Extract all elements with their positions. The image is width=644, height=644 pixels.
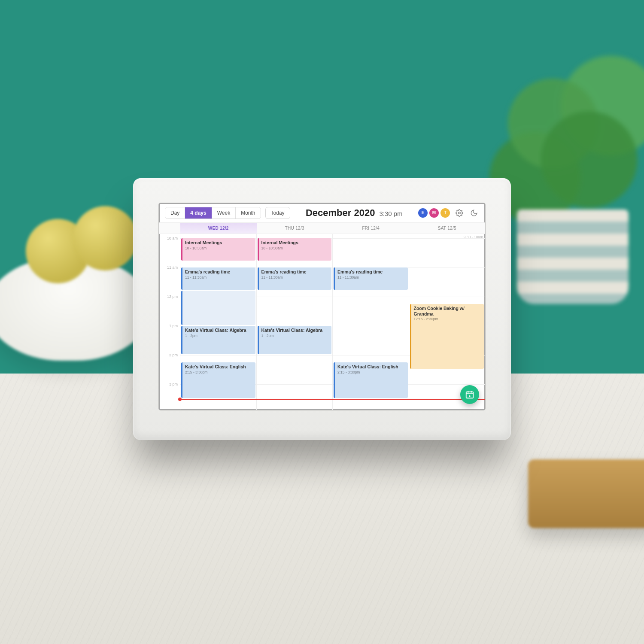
- event-time: 11 - 11:30am: [337, 275, 405, 279]
- event-time: 1 - 2pm: [185, 334, 253, 338]
- calendar-event[interactable]: Internal Meetings10 - 10:30am: [258, 238, 332, 261]
- topbar: Day 4 days Week Month Today December 202…: [159, 203, 485, 223]
- avatar-m[interactable]: M: [429, 208, 439, 218]
- event-time: 11 - 11:30am: [185, 275, 253, 279]
- hour-label: 2 pm: [159, 353, 180, 357]
- hour-line: [409, 297, 485, 297]
- event-time: 2:15 - 3:30pm: [337, 370, 405, 374]
- event-title: Emma's reading time: [261, 269, 329, 275]
- calendar-event[interactable]: Kate's Virtual Class: English2:15 - 3:30…: [181, 362, 255, 398]
- month-title: December 2020: [306, 207, 375, 219]
- hour-line: [333, 355, 409, 355]
- calendar-event[interactable]: Emma's reading time11 - 11:30am: [258, 267, 332, 290]
- calendar-event[interactable]: Kate's Virtual Class: Algebra1 - 2pm: [181, 326, 255, 354]
- hour-line: [409, 384, 485, 385]
- calendar-event[interactable]: Kate's Virtual Class: English2:15 - 3:30…: [334, 362, 408, 398]
- time-gutter: 10 am11 am12 pm1 pm2 pm3 pm: [159, 234, 180, 410]
- event-time: 2:15 - 3:30pm: [185, 370, 253, 374]
- hour-line: [257, 384, 333, 385]
- day-column-3[interactable]: 9:30 - 10am Zoom Cookie Baking w/ Grandm…: [409, 234, 486, 410]
- event-title: Kate's Virtual Class: English: [185, 364, 253, 370]
- gear-icon[interactable]: [454, 208, 465, 218]
- event-time: 10 - 10:30am: [261, 246, 329, 250]
- hour-line: [257, 297, 333, 297]
- day-column-0[interactable]: Internal Meetings10 - 10:30amEmma's read…: [180, 234, 257, 410]
- avatar-t[interactable]: T: [440, 208, 450, 218]
- calendar-grid[interactable]: 10 am11 am12 pm1 pm2 pm3 pm Internal Mee…: [159, 234, 485, 410]
- hour-label: 12 pm: [159, 295, 180, 299]
- calendar-event[interactable]: Emma's reading time11 - 11:30am: [181, 267, 255, 290]
- day-header-3[interactable]: SAT 12/5: [409, 223, 486, 234]
- hour-line: [257, 355, 333, 355]
- title: December 2020 3:30 pm: [295, 207, 414, 219]
- view-day[interactable]: Day: [165, 207, 185, 219]
- event-title: Internal Meetings: [261, 240, 329, 246]
- calendar-event[interactable]: Zoom Cookie Baking w/ Grandma12:15 - 2:3…: [410, 304, 484, 369]
- svg-point-0: [459, 212, 461, 214]
- event-title: Emma's reading time: [337, 269, 405, 275]
- event-time: 11 - 11:30am: [261, 275, 329, 279]
- hour-line: [409, 238, 485, 239]
- calendar-event[interactable]: [181, 291, 255, 325]
- event-title: Internal Meetings: [185, 240, 253, 246]
- device-frame: Day 4 days Week Month Today December 202…: [133, 178, 511, 440]
- day-column-2[interactable]: Emma's reading time11 - 11:30amKate's Vi…: [333, 234, 409, 410]
- hour-line: [409, 267, 485, 268]
- now-indicator: [180, 399, 485, 400]
- view-month[interactable]: Month: [236, 207, 260, 219]
- hour-label: 11 am: [159, 265, 180, 270]
- day-header-2[interactable]: FRI 12/4: [333, 223, 409, 234]
- hour-line: [333, 326, 409, 326]
- add-event-fab[interactable]: [460, 385, 479, 404]
- hour-line: [180, 355, 256, 355]
- day-header-0[interactable]: WED 12/2: [180, 223, 257, 234]
- event-title: Emma's reading time: [185, 269, 253, 275]
- event-title: Kate's Virtual Class: Algebra: [185, 328, 253, 333]
- event-time: 12:15 - 2:30pm: [414, 317, 482, 321]
- hour-line: [333, 297, 409, 297]
- calendar-event[interactable]: Kate's Virtual Class: Algebra1 - 2pm: [258, 326, 332, 354]
- current-time: 3:30 pm: [379, 210, 402, 217]
- event-time: 10 - 10:30am: [185, 246, 253, 250]
- calendar-event[interactable]: Emma's reading time11 - 11:30am: [334, 267, 408, 290]
- calendar-event[interactable]: Internal Meetings10 - 10:30am: [181, 238, 255, 261]
- day-header-1[interactable]: THU 12/3: [257, 223, 333, 234]
- view-week[interactable]: Week: [212, 207, 236, 219]
- event-time: 1 - 2pm: [261, 334, 329, 338]
- hour-label: 3 pm: [159, 382, 180, 386]
- view-4days[interactable]: 4 days: [185, 207, 212, 219]
- member-avatars: E M T: [418, 208, 450, 218]
- view-switch: Day 4 days Week Month: [165, 207, 261, 219]
- svg-rect-1: [466, 392, 474, 398]
- hour-label: 10 am: [159, 236, 180, 240]
- hour-label: 1 pm: [159, 324, 180, 328]
- today-button[interactable]: Today: [265, 207, 290, 219]
- day-headers: WED 12/2 THU 12/3 FRI 12/4 SAT 12/5: [159, 223, 485, 234]
- hour-line: [333, 238, 409, 239]
- event-title: Kate's Virtual Class: Algebra: [261, 328, 329, 333]
- event-title: Zoom Cookie Baking w/ Grandma: [414, 306, 482, 316]
- calendar-screen: Day 4 days Week Month Today December 202…: [159, 203, 485, 410]
- event-title: Kate's Virtual Class: English: [337, 364, 405, 370]
- avatar-e[interactable]: E: [418, 208, 428, 218]
- moon-icon[interactable]: [469, 208, 479, 218]
- day-column-1[interactable]: Internal Meetings10 - 10:30amEmma's read…: [257, 234, 333, 410]
